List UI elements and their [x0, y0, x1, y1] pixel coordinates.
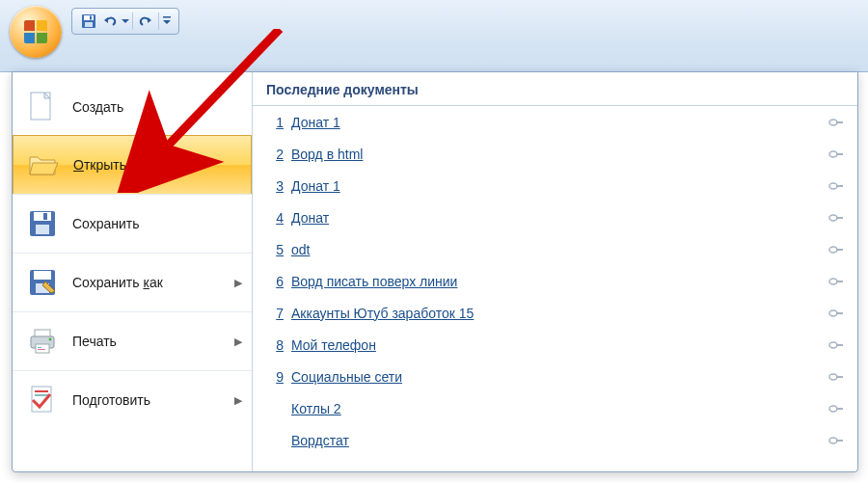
svg-rect-4: [163, 16, 171, 18]
cmd-label: Сохранить как: [72, 275, 163, 290]
recent-doc-item[interactable]: 9Социальные сети: [253, 361, 857, 392]
recent-doc-item[interactable]: 2Ворд в html: [253, 138, 857, 170]
recent-doc-name: Донат: [291, 210, 828, 226]
pin-icon[interactable]: [828, 116, 844, 129]
svg-point-37: [829, 342, 837, 348]
svg-rect-42: [836, 408, 843, 410]
recent-doc-item[interactable]: 7Аккаунты Ютуб заработок 15: [253, 297, 857, 329]
redo-icon: [138, 13, 153, 29]
recent-doc-item[interactable]: 6Ворд писать поверх линии: [253, 265, 857, 297]
svg-rect-40: [836, 376, 843, 378]
svg-rect-30: [836, 217, 843, 219]
svg-rect-38: [836, 344, 843, 346]
recent-doc-item[interactable]: 3Донат 1: [253, 170, 857, 201]
pin-icon[interactable]: [828, 307, 844, 320]
office-button[interactable]: [10, 6, 62, 58]
svg-rect-24: [836, 121, 843, 123]
recent-doc-name: Вордстат: [291, 433, 828, 448]
office-menu-panel: Создать ООткрытьткрыть Сохранить Сохрани…: [12, 71, 858, 472]
recent-doc-name: odt: [291, 242, 828, 257]
svg-rect-36: [836, 312, 843, 314]
pin-icon[interactable]: [828, 434, 844, 447]
pin-icon[interactable]: [828, 370, 844, 384]
svg-rect-3: [90, 16, 92, 20]
qat-separator-2: [158, 13, 159, 30]
cmd-label: Подготовить: [72, 392, 150, 408]
svg-point-33: [829, 279, 837, 284]
cmd-open[interactable]: ООткрытьткрыть: [13, 135, 252, 195]
cmd-label: Создать: [72, 99, 123, 115]
customize-icon: [162, 15, 172, 27]
recent-doc-item[interactable]: 8Мой телефон: [253, 329, 857, 361]
chevron-down-icon: [122, 17, 129, 25]
qat-save-button[interactable]: [78, 11, 99, 32]
recent-doc-name: Донат 1: [291, 115, 828, 130]
svg-point-23: [829, 120, 837, 125]
svg-rect-44: [836, 440, 843, 442]
qat-undo-button[interactable]: [99, 11, 121, 32]
cmd-label: Печать: [72, 334, 117, 349]
svg-rect-34: [836, 281, 843, 282]
recent-doc-name: Аккаунты Ютуб заработок 15: [291, 306, 828, 321]
svg-rect-8: [34, 212, 51, 221]
cmd-save[interactable]: Сохранить: [13, 194, 252, 253]
pin-icon[interactable]: [828, 243, 844, 256]
svg-point-43: [829, 438, 837, 443]
svg-rect-18: [38, 347, 41, 348]
recent-doc-name: Ворд писать поверх линии: [291, 274, 828, 289]
svg-rect-19: [38, 349, 45, 350]
recent-doc-name: Донат 1: [291, 178, 828, 194]
pin-icon[interactable]: [828, 275, 844, 288]
recent-documents-list: 1Донат 12Ворд в html3Донат 14Донат5odt6В…: [253, 106, 857, 471]
qat-redo-button[interactable]: [135, 11, 156, 32]
recent-doc-index: 8: [266, 337, 284, 353]
save-icon: [26, 207, 59, 240]
recent-doc-index: 1: [266, 115, 284, 130]
qat-undo-dropdown[interactable]: [121, 11, 130, 32]
cmd-prepare[interactable]: Подготовить ▶: [13, 370, 252, 429]
recent-doc-item[interactable]: Вордстат: [253, 424, 857, 456]
svg-rect-20: [32, 387, 51, 412]
cmd-label: Сохранить: [72, 216, 140, 231]
svg-rect-1: [84, 15, 94, 20]
submenu-arrow-icon: ▶: [234, 394, 242, 407]
cmd-print[interactable]: Печать ▶: [13, 311, 252, 370]
svg-point-29: [829, 215, 837, 221]
recent-doc-index: 7: [266, 306, 284, 321]
cmd-new[interactable]: Создать: [13, 78, 252, 136]
titlebar: [0, 0, 868, 72]
svg-point-25: [829, 151, 837, 157]
qat-customize[interactable]: [161, 11, 173, 32]
recent-doc-item[interactable]: 5odt: [253, 233, 857, 265]
qat-separator: [132, 13, 133, 30]
submenu-arrow-icon: ▶: [234, 335, 242, 348]
recent-doc-index: 9: [266, 369, 284, 385]
prepare-icon: [26, 384, 59, 416]
recent-doc-index: 6: [266, 274, 284, 289]
svg-rect-32: [836, 249, 843, 251]
recent-doc-name: Мой телефон: [291, 337, 828, 353]
cmd-label: ООткрытьткрыть: [73, 157, 126, 173]
recent-documents-header: Последние документы: [253, 72, 857, 106]
svg-rect-10: [43, 213, 47, 220]
pin-icon[interactable]: [828, 147, 844, 161]
svg-point-41: [829, 406, 837, 412]
cmd-save-as[interactable]: Сохранить как ▶: [13, 253, 252, 311]
svg-rect-22: [35, 394, 48, 396]
svg-point-27: [829, 183, 837, 189]
svg-rect-28: [836, 185, 843, 187]
pin-icon[interactable]: [828, 179, 844, 193]
svg-rect-16: [36, 344, 49, 353]
recent-doc-name: Ворд в html: [291, 147, 828, 162]
new-doc-icon: [26, 91, 59, 123]
office-menu-commands: Создать ООткрытьткрыть Сохранить Сохрани…: [13, 72, 253, 471]
recent-doc-item[interactable]: 4Донат: [253, 201, 857, 233]
recent-doc-item[interactable]: 1Донат 1: [253, 106, 857, 138]
svg-rect-2: [85, 22, 93, 27]
pin-icon[interactable]: [828, 211, 844, 225]
svg-rect-9: [36, 225, 49, 234]
pin-icon[interactable]: [828, 402, 844, 415]
save-icon: [81, 13, 96, 29]
pin-icon[interactable]: [828, 338, 844, 352]
recent-doc-item[interactable]: Котлы 2: [253, 392, 857, 424]
